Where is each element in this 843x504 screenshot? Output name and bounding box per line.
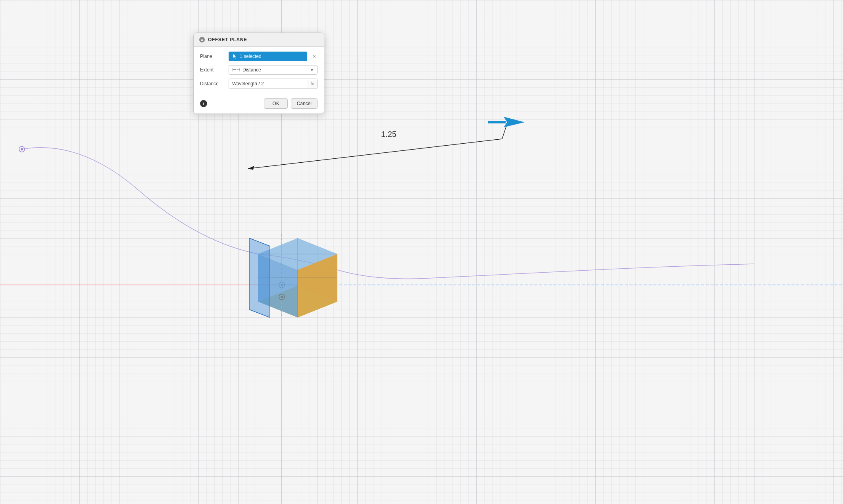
dialog-title: OFFSET PLANE — [208, 37, 247, 42]
footer-buttons: OK Cancel — [264, 98, 318, 109]
dialog-close-button[interactable]: ● — [199, 37, 205, 42]
plane-selected-button[interactable]: 1 selected — [229, 52, 307, 61]
distance-label: Distance — [200, 81, 225, 87]
plane-row: Plane 1 selected × — [200, 52, 318, 61]
dialog-footer: i OK Cancel — [194, 95, 324, 113]
extent-label: Extent — [200, 67, 225, 73]
dialog-titlebar: ● OFFSET PLANE — [194, 33, 324, 47]
plane-clear-button[interactable]: × — [311, 53, 318, 60]
extent-dropdown[interactable]: ⊢⊣ Distance ▼ — [229, 65, 318, 75]
plane-selected-text: 1 selected — [240, 54, 262, 59]
extent-row: Extent ⊢⊣ Distance ▼ — [200, 65, 318, 75]
distance-input-wrapper: fx — [229, 79, 318, 89]
cancel-button[interactable]: Cancel — [291, 98, 318, 109]
extent-value: Distance — [243, 67, 261, 73]
info-icon[interactable]: i — [200, 100, 207, 107]
chevron-down-icon: ▼ — [310, 68, 314, 72]
plane-label: Plane — [200, 54, 225, 59]
distance-input[interactable] — [229, 79, 307, 88]
dialog-body: Plane 1 selected × Extent ⊢⊣ Distance ▼ — [194, 47, 324, 95]
distance-icon: ⊢⊣ — [232, 67, 240, 73]
ok-button[interactable]: OK — [264, 98, 287, 109]
viewport[interactable] — [0, 0, 843, 504]
cursor-icon — [233, 54, 237, 59]
fx-button[interactable]: fx — [307, 80, 317, 88]
distance-row: Distance fx — [200, 79, 318, 89]
offset-plane-dialog: ● OFFSET PLANE Plane 1 selected × Extent… — [193, 33, 324, 114]
